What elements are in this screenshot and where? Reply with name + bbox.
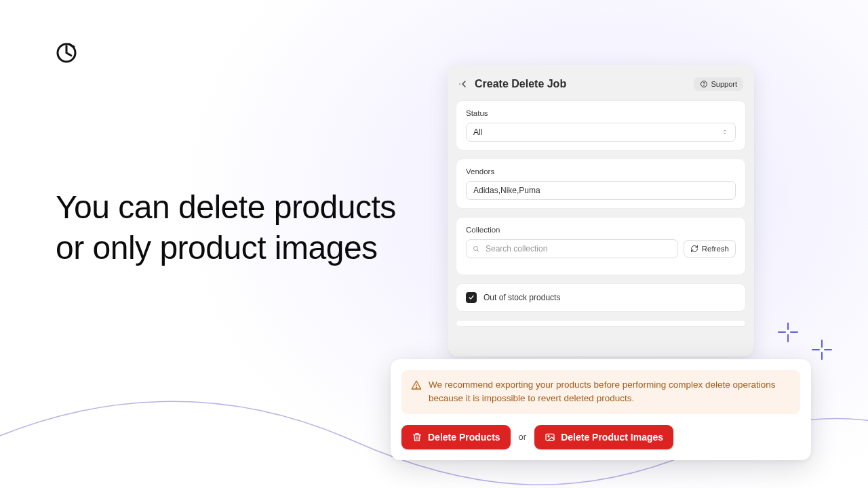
vendors-card: Vendors Adidas,Nike,Puma: [456, 159, 746, 209]
select-caret-icon: [722, 129, 728, 136]
warning-banner: We recommend exporting your products bef…: [401, 370, 800, 414]
create-delete-job-panel: Create Delete Job Support Status All Ven…: [448, 65, 754, 357]
collection-label: Collection: [466, 226, 736, 234]
svg-point-19: [548, 435, 549, 436]
back-arrow-icon[interactable]: [458, 79, 469, 89]
collection-search-input[interactable]: Search collection: [466, 239, 678, 258]
status-card: Status All: [456, 100, 746, 150]
vendors-input[interactable]: Adidas,Nike,Puma: [466, 181, 736, 200]
svg-point-14: [704, 85, 705, 86]
next-card-partial: [456, 320, 746, 327]
app-logo: [56, 42, 77, 64]
trash-icon: [412, 432, 422, 443]
status-label: Status: [466, 109, 736, 117]
refresh-label: Refresh: [702, 245, 729, 253]
svg-point-17: [416, 387, 416, 388]
delete-actions-card: We recommend exporting your products bef…: [391, 359, 811, 460]
or-label: or: [519, 432, 527, 442]
vendors-label: Vendors: [466, 167, 736, 176]
refresh-icon: [690, 245, 698, 253]
status-value: All: [473, 127, 482, 137]
svg-rect-18: [546, 434, 554, 440]
status-select[interactable]: All: [466, 123, 736, 142]
image-delete-icon: [545, 432, 555, 443]
warning-icon: [411, 380, 422, 390]
refresh-button[interactable]: Refresh: [684, 240, 736, 258]
panel-title: Create Delete Job: [475, 78, 688, 90]
out-of-stock-card: Out of stock products: [456, 283, 746, 312]
vendors-value: Adidas,Nike,Puma: [473, 186, 540, 195]
help-icon: [700, 80, 708, 88]
delete-products-button[interactable]: Delete Products: [401, 425, 511, 449]
delete-product-images-button[interactable]: Delete Product Images: [534, 425, 673, 449]
out-of-stock-checkbox[interactable]: [466, 292, 477, 303]
marketing-headline: You can delete products or only product …: [56, 187, 408, 268]
warning-text: We recommend exporting your products bef…: [429, 378, 791, 406]
delete-product-images-label: Delete Product Images: [561, 432, 663, 443]
collection-card: Collection Search collection Refresh: [456, 217, 746, 275]
check-icon: [468, 294, 475, 301]
support-button[interactable]: Support: [694, 77, 743, 91]
out-of-stock-label: Out of stock products: [484, 293, 560, 302]
support-label: Support: [711, 80, 737, 88]
delete-products-label: Delete Products: [428, 432, 500, 443]
